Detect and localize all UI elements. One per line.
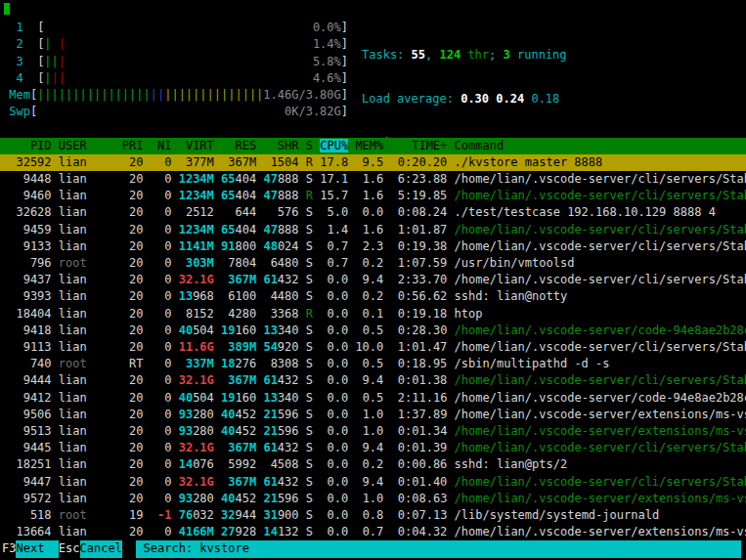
process-row-9412[interactable]: 9412 lian 20 0 40504 19160 13340 S 0.0 0… xyxy=(0,390,746,407)
res-cell: 367M xyxy=(221,273,256,286)
bracket-close: ] xyxy=(341,105,348,118)
res-cell: 5992 xyxy=(221,457,256,471)
fbtn-cancel[interactable]: Cancel xyxy=(80,540,122,557)
pid-cell: 18404 xyxy=(2,307,52,321)
fkey-f3[interactable]: F3 xyxy=(2,540,16,557)
pri-cell: 20 xyxy=(122,289,144,303)
res-cell: 367M xyxy=(221,373,256,387)
virt-cell: 1234M xyxy=(179,172,214,186)
process-row-18251[interactable]: 18251 lian 20 0 14076 5992 4508 S 0.0 0.… xyxy=(0,456,746,473)
shr-cell: 1504 xyxy=(263,155,298,169)
cpu-cell: 0.0 xyxy=(320,408,348,421)
mem-cell: 0.5 xyxy=(355,357,383,370)
command-cell: /home/lian/.vscode-server/cli/servers/St… xyxy=(455,172,746,186)
cpu-meter-2-value: 1.4% xyxy=(313,36,341,53)
virt-cell: 8152 xyxy=(179,307,214,321)
res-cell: 27 xyxy=(221,525,235,538)
res-cell: 91 xyxy=(221,239,235,253)
column-header-pid[interactable]: PID xyxy=(2,139,52,152)
fbtn-next[interactable]: Next xyxy=(16,540,58,557)
state-cell: S xyxy=(306,289,313,303)
column-header-virt[interactable]: VIRT xyxy=(179,139,214,152)
mem-cell: 9.4 xyxy=(355,273,383,286)
process-row-9418[interactable]: 9418 lian 20 0 40504 19160 13340 S 0.0 0… xyxy=(0,323,746,339)
cpu-meter-3-label: 3 xyxy=(2,55,37,68)
bar-fill: |||||||||||||||| xyxy=(37,88,151,102)
column-header-pri[interactable]: PRI xyxy=(122,139,144,152)
process-row-796[interactable]: 796 root 20 0 303M 7804 6480 S 0.7 0.2 1… xyxy=(0,255,746,272)
process-row-9444[interactable]: 9444 lian 20 0 32.1G 367M 61432 S 0.0 9.… xyxy=(0,372,746,389)
process-row-9133[interactable]: 9133 lian 20 0 1141M 91800 48024 S 0.7 2… xyxy=(0,238,746,255)
cpu-cell: 0.0 xyxy=(320,441,348,454)
time-cell: 0:07.13 xyxy=(391,508,448,522)
process-row-9459[interactable]: 9459 lian 20 0 1234M 65404 47888 S 1.4 1… xyxy=(0,222,746,238)
process-row-9393[interactable]: 9393 lian 20 0 13968 6100 4480 S 0.0 0.2… xyxy=(0,288,746,305)
column-header-user[interactable]: USER xyxy=(59,139,122,152)
column-header-cpu[interactable]: CPU% xyxy=(320,139,348,152)
bracket-close: ] xyxy=(341,21,348,34)
user-cell: lian xyxy=(59,289,122,303)
column-header-command[interactable]: Command xyxy=(455,139,505,152)
pri-cell: 20 xyxy=(122,408,144,421)
column-header-s[interactable]: S xyxy=(306,139,313,152)
process-row-9447[interactable]: 9447 lian 20 0 32.1G 367M 61432 S 0.0 9.… xyxy=(0,474,746,491)
cpu-cell: 0.0 xyxy=(320,307,348,321)
ni-cell: 0 xyxy=(151,256,172,270)
running-separator: ; xyxy=(489,48,503,62)
process-row-9513[interactable]: 9513 lian 20 0 93280 40452 21596 S 0.0 1… xyxy=(0,423,746,440)
pid-cell: 18251 xyxy=(2,457,52,471)
process-row-9460[interactable]: 9460 lian 20 0 1234M 65404 47888 R 15.7 … xyxy=(0,188,746,204)
terminal-cursor xyxy=(4,3,10,15)
process-row-9437[interactable]: 9437 lian 20 0 32.1G 367M 61432 S 0.0 9.… xyxy=(0,272,746,288)
pri-cell: 20 xyxy=(122,373,144,387)
column-header-ni[interactable]: NI xyxy=(151,139,172,152)
column-header-time[interactable]: TIME+ xyxy=(391,139,448,152)
bracket-open: [ xyxy=(37,37,44,51)
process-row-13664[interactable]: 13664 lian 20 0 4166M 27928 14132 S 0.0 … xyxy=(0,524,746,540)
virt-cell: 377M xyxy=(179,155,214,169)
process-row-9506[interactable]: 9506 lian 20 0 93280 40452 21596 S 0.0 1… xyxy=(0,407,746,423)
shr-cell: 3368 xyxy=(263,307,298,321)
bar-fill: | xyxy=(59,37,66,51)
mem-cell: 0.2 xyxy=(355,289,383,303)
process-row-9445[interactable]: 9445 lian 20 0 32.1G 367M 61432 S 0.0 9.… xyxy=(0,440,746,456)
shr-cell: 47 xyxy=(263,172,277,186)
process-row-18404[interactable]: 18404 lian 20 0 8152 4280 3368 R 0.0 0.1… xyxy=(0,306,746,323)
pid-cell: 9447 xyxy=(2,475,52,489)
process-row-9448[interactable]: 9448 lian 20 0 1234M 65404 47888 S 17.1 … xyxy=(0,171,746,188)
mem-cell: 0.5 xyxy=(355,391,383,405)
process-row-740[interactable]: 740 root RT 0 337M 18276 8308 S 0.0 0.5 … xyxy=(0,356,746,372)
state-cell: S xyxy=(306,256,313,270)
process-row-518[interactable]: 518 root 19 -1 76032 32944 31900 S 0.0 0… xyxy=(0,507,746,524)
shr-cell: 61 xyxy=(263,441,277,454)
cpu-cell: 0.7 xyxy=(320,239,348,253)
fkey-esc[interactable]: Esc xyxy=(59,540,80,557)
pri-cell: 20 xyxy=(122,323,144,337)
virt-cell: 337M xyxy=(179,357,214,370)
process-row-9113[interactable]: 9113 lian 20 0 11.6G 389M 54920 S 0.0 10… xyxy=(0,339,746,356)
cpu-cell: 17.1 xyxy=(320,172,348,186)
virt-cell: 303M xyxy=(179,256,214,270)
bracket-open: [ xyxy=(37,71,44,85)
column-header-shr[interactable]: SHR xyxy=(263,139,298,152)
user-cell: lian xyxy=(59,307,122,321)
threads-label: thr xyxy=(461,48,489,62)
ni-cell: 0 xyxy=(151,441,172,454)
process-row-32628[interactable]: 32628 lian 20 0 2512 644 576 S 5.0 0.0 0… xyxy=(0,204,746,221)
column-header-res[interactable]: RES xyxy=(221,139,256,152)
shr-cell: 61 xyxy=(263,273,277,286)
process-row-32592[interactable]: 32592 lian 20 0 377M 367M 1504 R 17.8 9.… xyxy=(0,154,746,171)
time-cell: 0:20.20 xyxy=(391,155,448,169)
user-cell: lian xyxy=(59,155,122,169)
virt-cell: 2512 xyxy=(179,205,214,219)
search-input[interactable]: Search: kvstore xyxy=(136,540,741,557)
column-header-mem[interactable]: MEM% xyxy=(355,139,383,152)
process-row-9572[interactable]: 9572 lian 20 0 93280 40452 21596 S 0.0 1… xyxy=(0,491,746,507)
cpu-cell: 0.0 xyxy=(320,457,348,471)
res-cell: 367M xyxy=(221,441,256,454)
ni-cell: 0 xyxy=(151,340,172,354)
virt-cell: 1234M xyxy=(179,189,214,202)
pri-cell: RT xyxy=(122,357,144,370)
user-cell: lian xyxy=(59,340,122,354)
mem-cell: 0.1 xyxy=(355,307,383,321)
